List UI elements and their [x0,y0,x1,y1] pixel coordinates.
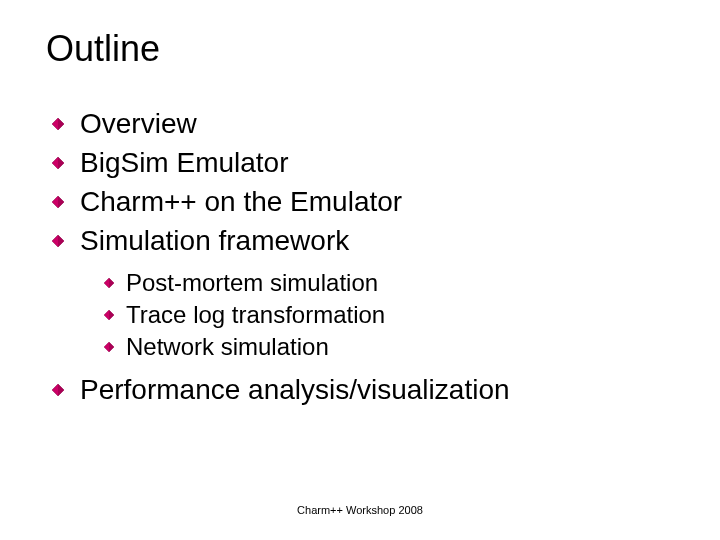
list-item-text: Simulation framework [80,223,349,258]
list-item: Network simulation [104,332,680,362]
diamond-bullet-icon [52,235,64,247]
list-item: Trace log transformation [104,300,680,330]
list-item-text: Trace log transformation [126,300,385,330]
svg-marker-11 [109,310,114,320]
slide: Outline Overview BigSim Emulator [0,0,720,540]
list-item: Performance analysis/visualization [52,372,680,407]
diamond-bullet-icon [104,310,114,320]
sub-list: Post-mortem simulation Trace log transfo… [40,268,680,362]
list-item-text: Post-mortem simulation [126,268,378,298]
main-list: Overview BigSim Emulator Charm++ on the … [40,106,680,258]
svg-marker-5 [58,196,64,208]
list-item-text: BigSim Emulator [80,145,289,180]
diamond-bullet-icon [52,118,64,130]
diamond-bullet-icon [104,342,114,352]
footer-text: Charm++ Workshop 2008 [0,504,720,516]
svg-marker-3 [58,157,64,169]
svg-marker-15 [58,384,64,396]
diamond-bullet-icon [52,384,64,396]
slide-title: Outline [40,28,680,70]
list-item-text: Performance analysis/visualization [80,372,510,407]
list-item-text: Overview [80,106,197,141]
list-item: Post-mortem simulation [104,268,680,298]
list-item-text: Charm++ on the Emulator [80,184,402,219]
diamond-bullet-icon [52,196,64,208]
svg-marker-1 [58,118,64,130]
svg-marker-13 [109,342,114,352]
list-item: Overview [52,106,680,141]
diamond-bullet-icon [52,157,64,169]
list-item: BigSim Emulator [52,145,680,180]
list-item: Simulation framework [52,223,680,258]
svg-marker-9 [109,278,114,288]
main-list-continued: Performance analysis/visualization [40,372,680,407]
diamond-bullet-icon [104,278,114,288]
list-item: Charm++ on the Emulator [52,184,680,219]
svg-marker-7 [58,235,64,247]
list-item-text: Network simulation [126,332,329,362]
